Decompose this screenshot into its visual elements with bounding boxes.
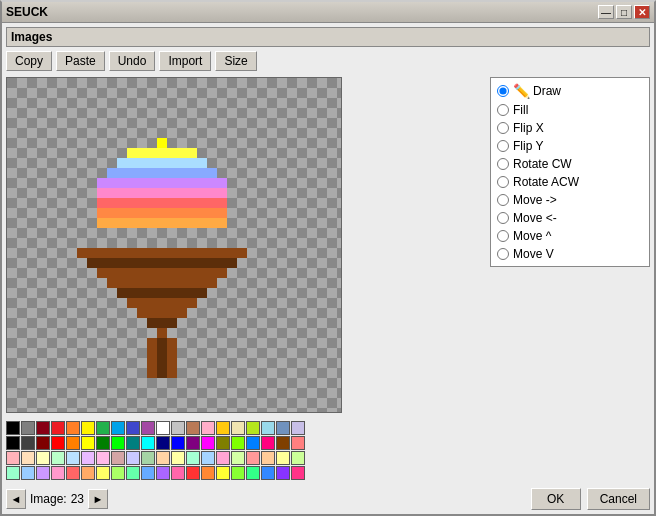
color-swatch[interactable] <box>36 451 50 465</box>
color-swatch[interactable] <box>186 436 200 450</box>
color-swatch[interactable] <box>141 451 155 465</box>
color-swatch[interactable] <box>66 466 80 480</box>
tool-radio-move_right[interactable] <box>497 194 509 206</box>
color-swatch[interactable] <box>231 436 245 450</box>
color-swatch[interactable] <box>81 421 95 435</box>
color-swatch[interactable] <box>261 436 275 450</box>
color-swatch[interactable] <box>156 451 170 465</box>
color-swatch[interactable] <box>291 436 305 450</box>
color-swatch[interactable] <box>201 466 215 480</box>
color-swatch[interactable] <box>126 421 140 435</box>
color-swatch[interactable] <box>186 421 200 435</box>
color-swatch[interactable] <box>276 451 290 465</box>
color-swatch[interactable] <box>66 436 80 450</box>
tool-radio-rotate_cw[interactable] <box>497 158 509 170</box>
color-swatch[interactable] <box>6 466 20 480</box>
color-swatch[interactable] <box>36 436 50 450</box>
color-swatch[interactable] <box>171 421 185 435</box>
color-swatch[interactable] <box>21 436 35 450</box>
color-swatch[interactable] <box>126 466 140 480</box>
tool-item-move_down[interactable]: Move V <box>495 246 645 262</box>
color-swatch[interactable] <box>36 421 50 435</box>
color-swatch[interactable] <box>141 466 155 480</box>
color-swatch[interactable] <box>186 451 200 465</box>
color-swatch[interactable] <box>291 451 305 465</box>
color-swatch[interactable] <box>96 451 110 465</box>
tool-radio-flip_x[interactable] <box>497 122 509 134</box>
undo-button[interactable]: Undo <box>109 51 156 71</box>
color-swatch[interactable] <box>216 436 230 450</box>
color-swatch[interactable] <box>81 466 95 480</box>
color-swatch[interactable] <box>186 466 200 480</box>
paste-button[interactable]: Paste <box>56 51 105 71</box>
color-swatch[interactable] <box>6 421 20 435</box>
close-button[interactable]: ✕ <box>634 5 650 19</box>
tool-radio-rotate_acw[interactable] <box>497 176 509 188</box>
tool-item-flip_y[interactable]: Flip Y <box>495 138 645 154</box>
color-swatch[interactable] <box>246 421 260 435</box>
color-swatch[interactable] <box>261 451 275 465</box>
tool-item-rotate_cw[interactable]: Rotate CW <box>495 156 645 172</box>
color-swatch[interactable] <box>51 421 65 435</box>
color-swatch[interactable] <box>231 466 245 480</box>
color-swatch[interactable] <box>21 466 35 480</box>
size-button[interactable]: Size <box>215 51 256 71</box>
tool-radio-move_left[interactable] <box>497 212 509 224</box>
color-swatch[interactable] <box>156 466 170 480</box>
color-swatch[interactable] <box>96 421 110 435</box>
tool-radio-move_up[interactable] <box>497 230 509 242</box>
tool-radio-fill[interactable] <box>497 104 509 116</box>
color-swatch[interactable] <box>171 451 185 465</box>
pixel-canvas[interactable] <box>6 77 342 413</box>
color-swatch[interactable] <box>96 436 110 450</box>
tool-item-rotate_acw[interactable]: Rotate ACW <box>495 174 645 190</box>
tool-item-fill[interactable]: Fill <box>495 102 645 118</box>
ok-button[interactable]: OK <box>531 488 581 510</box>
prev-image-button[interactable]: ◄ <box>6 489 26 509</box>
color-swatch[interactable] <box>216 451 230 465</box>
next-image-button[interactable]: ► <box>88 489 108 509</box>
tool-radio-draw[interactable] <box>497 85 509 97</box>
tool-item-move_right[interactable]: Move -> <box>495 192 645 208</box>
color-swatch[interactable] <box>231 421 245 435</box>
color-swatch[interactable] <box>111 466 125 480</box>
color-swatch[interactable] <box>156 436 170 450</box>
color-swatch[interactable] <box>201 421 215 435</box>
color-swatch[interactable] <box>171 436 185 450</box>
color-swatch[interactable] <box>231 451 245 465</box>
color-swatch[interactable] <box>111 436 125 450</box>
color-swatch[interactable] <box>201 436 215 450</box>
tool-radio-flip_y[interactable] <box>497 140 509 152</box>
color-swatch[interactable] <box>66 421 80 435</box>
color-swatch[interactable] <box>51 436 65 450</box>
color-swatch[interactable] <box>276 421 290 435</box>
active-tab[interactable]: Images <box>11 30 52 44</box>
color-swatch[interactable] <box>246 436 260 450</box>
tool-radio-move_down[interactable] <box>497 248 509 260</box>
cancel-button[interactable]: Cancel <box>587 488 650 510</box>
tool-item-flip_x[interactable]: Flip X <box>495 120 645 136</box>
tool-item-draw[interactable]: ✏️Draw <box>495 82 645 100</box>
color-swatch[interactable] <box>246 451 260 465</box>
color-swatch[interactable] <box>6 451 20 465</box>
color-swatch[interactable] <box>141 421 155 435</box>
color-swatch[interactable] <box>111 451 125 465</box>
color-swatch[interactable] <box>216 421 230 435</box>
color-swatch[interactable] <box>111 421 125 435</box>
color-swatch[interactable] <box>21 451 35 465</box>
color-swatch[interactable] <box>126 436 140 450</box>
color-swatch[interactable] <box>126 451 140 465</box>
color-swatch[interactable] <box>51 451 65 465</box>
tool-item-move_left[interactable]: Move <- <box>495 210 645 226</box>
color-swatch[interactable] <box>36 466 50 480</box>
color-swatch[interactable] <box>216 466 230 480</box>
color-swatch[interactable] <box>51 466 65 480</box>
color-swatch[interactable] <box>291 421 305 435</box>
minimize-button[interactable]: — <box>598 5 614 19</box>
tool-item-move_up[interactable]: Move ^ <box>495 228 645 244</box>
color-swatch[interactable] <box>201 451 215 465</box>
color-swatch[interactable] <box>81 436 95 450</box>
color-swatch[interactable] <box>276 466 290 480</box>
color-swatch[interactable] <box>276 436 290 450</box>
color-swatch[interactable] <box>21 421 35 435</box>
